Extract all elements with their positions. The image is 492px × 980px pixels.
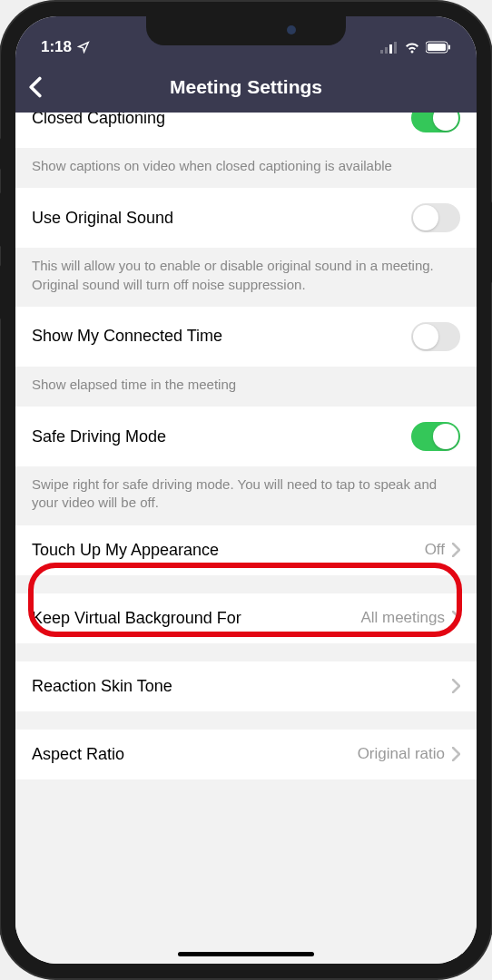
aspect-ratio-label: Aspect Ratio [32, 745, 358, 764]
svg-rect-6 [448, 45, 450, 50]
aspect-ratio-row[interactable]: Aspect Ratio Original ratio [15, 730, 477, 779]
closed-captioning-row[interactable]: Closed Captioning [15, 113, 477, 148]
svg-rect-1 [385, 47, 388, 54]
closed-captioning-toggle[interactable] [411, 113, 460, 132]
svg-rect-5 [428, 44, 446, 51]
spacer [15, 711, 477, 730]
wifi-icon [404, 41, 420, 54]
settings-content[interactable]: Closed Captioning Show captions on video… [15, 113, 477, 964]
phone-screen: 1:18 Meeting Settings Closed Captioning … [15, 16, 477, 964]
reaction-skin-tone-row[interactable]: Reaction Skin Tone [15, 662, 477, 711]
chevron-right-icon [452, 611, 460, 625]
spacer [15, 575, 477, 593]
aspect-ratio-value: Original ratio [358, 745, 445, 763]
svg-rect-2 [389, 44, 392, 54]
phone-mute-switch [0, 138, 1, 170]
back-button[interactable] [28, 76, 43, 98]
touch-up-value: Off [425, 541, 445, 559]
connected-time-description: Show elapsed time in the meeting [15, 367, 477, 407]
status-left: 1:18 [41, 38, 90, 56]
safe-driving-label: Safe Driving Mode [32, 427, 411, 446]
touch-up-value-wrap: Off [425, 541, 460, 559]
closed-captioning-description: Show captions on video when closed capti… [15, 148, 477, 188]
closed-captioning-label: Closed Captioning [32, 113, 411, 128]
connected-time-label: Show My Connected Time [32, 327, 411, 346]
chevron-left-icon [28, 76, 43, 98]
page-title: Meeting Settings [170, 76, 322, 98]
phone-volume-up [0, 192, 1, 247]
chevron-right-icon [452, 679, 460, 693]
phone-notch [146, 16, 346, 45]
safe-driving-toggle[interactable] [411, 422, 460, 451]
spacer [15, 643, 477, 662]
aspect-ratio-value-wrap: Original ratio [358, 745, 460, 763]
chevron-right-icon [452, 543, 460, 557]
location-icon [77, 41, 90, 54]
original-sound-description: This will allow you to enable or disable… [15, 248, 477, 307]
safe-driving-description: Swipe right for safe driving mode. You w… [15, 466, 477, 525]
original-sound-label: Use Original Sound [32, 209, 411, 228]
original-sound-row[interactable]: Use Original Sound [15, 188, 477, 248]
virtual-background-label: Keep Virtual Background For [32, 609, 360, 628]
svg-rect-3 [394, 42, 397, 54]
chevron-right-icon [452, 747, 460, 761]
touch-up-label: Touch Up My Appearance [32, 541, 425, 560]
original-sound-toggle[interactable] [411, 203, 460, 232]
reaction-skin-tone-value-wrap [445, 679, 460, 693]
connected-time-toggle[interactable] [411, 322, 460, 351]
safe-driving-row[interactable]: Safe Driving Mode [15, 407, 477, 466]
touch-up-appearance-row[interactable]: Touch Up My Appearance Off [15, 525, 477, 575]
status-time: 1:18 [41, 38, 72, 56]
battery-icon [426, 41, 451, 54]
virtual-background-value: All meetings [360, 609, 445, 627]
status-right [380, 41, 451, 54]
reaction-skin-tone-label: Reaction Skin Tone [32, 677, 445, 696]
svg-rect-0 [380, 50, 383, 54]
cellular-icon [380, 41, 399, 54]
nav-header: Meeting Settings [15, 62, 477, 113]
phone-frame: 1:18 Meeting Settings Closed Captioning … [1, 2, 491, 978]
home-indicator[interactable] [178, 952, 314, 956]
virtual-background-value-wrap: All meetings [360, 609, 460, 627]
phone-volume-down [0, 265, 1, 319]
connected-time-row[interactable]: Show My Connected Time [15, 307, 477, 367]
virtual-background-row[interactable]: Keep Virtual Background For All meetings [15, 593, 477, 643]
